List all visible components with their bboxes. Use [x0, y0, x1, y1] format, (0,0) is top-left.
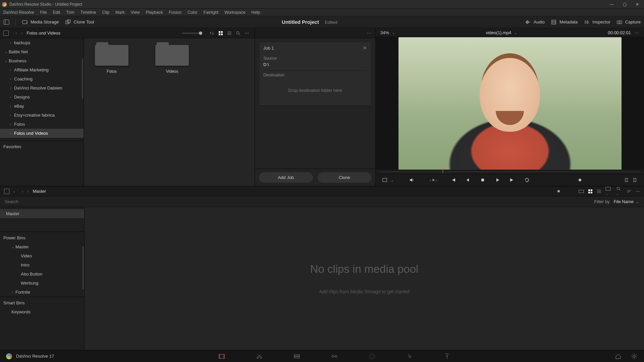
menu-mark[interactable]: Mark [115, 10, 125, 15]
sort-icon[interactable] [208, 29, 216, 37]
playhead-marker[interactable] [443, 170, 443, 174]
sidebar-toggle-icon[interactable] [3, 31, 9, 36]
view-list-icon[interactable] [226, 29, 233, 37]
metadata-panel-button[interactable]: Metadata [551, 19, 578, 25]
menu-workspace[interactable]: Workspace [224, 10, 245, 15]
inspector-panel-button[interactable]: Inspector [584, 19, 610, 25]
pool-view-thumb-icon[interactable] [588, 189, 593, 194]
clone-button[interactable]: Clone [318, 172, 372, 183]
bin-item[interactable]: Intro [0, 260, 84, 269]
page-cut-icon[interactable] [256, 353, 263, 360]
menu-davinci[interactable]: DaVinci Resolve [3, 10, 34, 15]
menu-color[interactable]: Color [187, 10, 198, 15]
tree-item[interactable]: ›Fotos und Videos [0, 129, 84, 138]
folder-item[interactable]: Videos [154, 45, 191, 74]
audio-panel-button[interactable]: Audio [525, 19, 545, 25]
tree-item[interactable]: ›Coaching [0, 74, 84, 83]
zoom-chevron-icon[interactable]: ⌄ [392, 30, 395, 35]
nav-back[interactable]: ‹ [13, 31, 19, 36]
pool-options-icon[interactable]: ⋯ [636, 189, 640, 194]
scrub-bar[interactable] [376, 170, 644, 174]
tree-item[interactable]: ›Etsy+creative fabrica [0, 111, 84, 120]
jog-wheel[interactable] [550, 179, 610, 181]
goto-end-icon[interactable] [508, 176, 517, 184]
pool-chevron-icon[interactable]: ⌄ [13, 189, 16, 193]
add-job-button[interactable]: Add Job [259, 172, 313, 183]
bin-master[interactable]: Master [0, 209, 84, 218]
pool-sort-icon[interactable] [627, 189, 632, 194]
menu-fairlight[interactable]: Fairlight [204, 10, 218, 15]
tree-item[interactable]: ⌄Business [0, 56, 84, 65]
menu-timeline[interactable]: Timeline [80, 10, 96, 15]
goto-start-icon[interactable] [449, 176, 458, 184]
thumbnail-size-slider[interactable] [182, 33, 202, 34]
tree-item[interactable]: ›Fotos [0, 120, 84, 129]
step-back-icon[interactable] [464, 176, 472, 184]
pool-aspect-icon[interactable]: ⌄ [605, 187, 612, 196]
close-job-icon[interactable]: ✕ [363, 45, 367, 51]
tree-item[interactable]: ›Affiliate Marketing [0, 65, 84, 74]
pool-jog[interactable] [542, 190, 573, 192]
page-fairlight-icon[interactable] [406, 353, 413, 360]
bin-item[interactable]: ›Fortnite [0, 288, 84, 297]
pool-nav-back[interactable]: ‹ [20, 189, 25, 194]
prev-marker-icon[interactable]: ‹ [430, 178, 431, 183]
bin-item[interactable]: ⌄Master [0, 242, 84, 251]
pool-sidebar-icon[interactable] [4, 189, 9, 194]
pool-nav-forward[interactable]: › [25, 189, 31, 194]
bin-scrollbar[interactable] [83, 246, 84, 290]
menu-edit[interactable]: Edit [53, 10, 60, 15]
menu-file[interactable]: File [40, 10, 47, 15]
zoom-level[interactable]: 34% [380, 30, 389, 35]
minimize-button[interactable]: — [609, 2, 614, 7]
menu-fusion[interactable]: Fusion [169, 10, 181, 15]
tree-item[interactable]: ›eBay [0, 102, 84, 111]
page-deliver-icon[interactable] [443, 353, 451, 360]
destination-dropzone[interactable]: Drop destination folder here [263, 79, 367, 102]
bin-item[interactable]: Keywords [0, 307, 84, 316]
next-marker-icon[interactable]: › [436, 178, 437, 183]
bin-item[interactable]: Video [0, 251, 84, 260]
play-icon[interactable] [493, 176, 502, 184]
tree-item[interactable]: ›DaVinci Resolve Dateien [0, 83, 84, 93]
stop-icon[interactable] [478, 176, 487, 184]
mark-out-icon[interactable] [631, 176, 639, 184]
loop-icon[interactable] [523, 176, 531, 184]
media-storage-button[interactable]: Media Storage [22, 19, 59, 25]
options-icon[interactable]: ⋯ [243, 29, 251, 37]
page-media-icon[interactable] [218, 353, 225, 360]
page-edit-icon[interactable] [293, 353, 301, 360]
nav-forward[interactable]: › [19, 31, 25, 36]
pool-search-icon[interactable]: ⌄ [616, 186, 623, 196]
menu-view[interactable]: View [131, 10, 140, 15]
menu-trim[interactable]: Trim [66, 10, 74, 15]
menu-playback[interactable]: Playback [146, 10, 163, 15]
home-icon[interactable] [614, 353, 622, 360]
match-frame-icon[interactable] [380, 176, 389, 184]
maximize-button[interactable]: ▢ [622, 2, 627, 7]
clone-options-icon[interactable]: ⋯ [367, 31, 372, 36]
clone-tool-button[interactable]: Clone Tool [65, 19, 94, 25]
pool-view-strip-icon[interactable] [579, 189, 584, 193]
mute-icon[interactable] [408, 176, 416, 184]
menu-clip[interactable]: Clip [102, 10, 110, 15]
match-chevron-icon[interactable]: ⌄ [390, 178, 394, 183]
tree-scrollbar[interactable] [82, 58, 83, 99]
close-button[interactable]: ✕ [635, 2, 640, 7]
settings-icon[interactable] [631, 353, 638, 360]
clip-chevron-icon[interactable]: ⌄ [514, 30, 518, 35]
menu-help[interactable]: Help [252, 10, 260, 15]
filter-chevron-icon[interactable]: ⌄ [636, 199, 639, 204]
bin-item[interactable]: Werbung [0, 279, 84, 288]
folder-item[interactable]: Fotos [93, 45, 130, 74]
page-color-icon[interactable] [368, 353, 376, 360]
capture-panel-button[interactable]: Capture [616, 19, 641, 25]
page-fusion-icon[interactable] [331, 353, 338, 360]
viewer-options-icon[interactable]: ⋯ [634, 30, 639, 35]
viewer-canvas[interactable] [376, 37, 644, 170]
filter-by-value[interactable]: File Name [614, 199, 634, 204]
mark-in-icon[interactable] [622, 176, 631, 184]
search-icon[interactable] [234, 29, 242, 37]
tree-item[interactable]: ⌄Battle Net [0, 47, 84, 56]
bin-item[interactable]: Abo Button [0, 269, 84, 279]
